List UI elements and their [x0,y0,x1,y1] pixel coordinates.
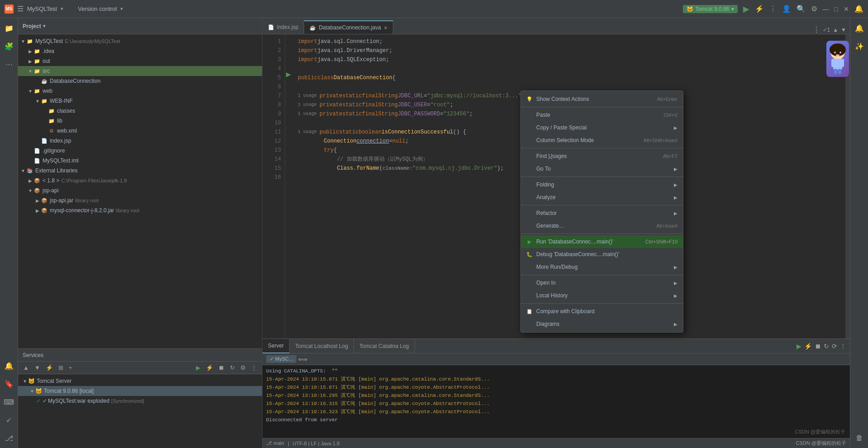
project-tree[interactable]: ▼ 📁 MySQLTest E:\Javastudy\MySQLTest ▶ 📁… [18,34,262,348]
tree-item-gitignore[interactable]: 📄 .gitignore [18,146,262,156]
svc-toolbar-restart[interactable]: ↻ [229,363,236,372]
close-button[interactable]: ✕ [844,5,849,13]
ctx-debug[interactable]: 🐛 Debug 'DatabaseConnec....main()' [521,248,683,261]
tree-item-dbc[interactable]: ☕ DatabaseConnection [18,76,262,86]
ctx-open-in[interactable]: Open In ▶ [521,276,683,289]
svc-toolbar-stop[interactable]: ⏹ [217,363,226,372]
project-name[interactable]: MySQLTest [27,5,57,12]
tree-arrow-src[interactable]: ▼ [27,69,33,74]
sidebar-icon-more[interactable]: ⋯ [3,58,15,71]
svc-up[interactable]: ▲ [22,363,30,372]
svc-filter[interactable]: ⚡ [44,363,54,372]
tree-arrow-jspapi[interactable]: ▼ [27,188,33,193]
tree-arrow-tc[interactable]: ▼ [29,389,35,394]
tomcat-dropdown[interactable]: ▾ [731,6,734,12]
sidebar-icon-notifications[interactable]: 🔔 [3,359,15,372]
maximize-button[interactable]: □ [835,5,838,13]
ctx-copy-paste-special[interactable]: Copy / Paste Special ▶ [521,121,683,134]
sidebar-icon-todo[interactable]: ✓ [3,414,15,426]
sidebar-icon-project[interactable]: 📁 [3,22,15,34]
tab-nav-up[interactable]: ▲ [833,27,838,33]
tree-item-src[interactable]: ▼ 📁 src [18,66,262,76]
tree-arrow-mysqljar[interactable]: ▶ [34,208,41,213]
bottom-run-btn[interactable]: ▶ [796,343,801,350]
tree-item-jspapi[interactable]: ▼ 📦 jsp-api [18,186,262,195]
ctx-show-context-actions[interactable]: 💡 Show Context Actions Alt+Enter [521,93,683,105]
tree-arrow-idea[interactable]: ▶ [27,49,33,54]
version-control[interactable]: Version control [78,5,117,12]
tab-dbc[interactable]: ☕ DatabaseConnection.java ✕ [304,20,393,34]
tree-arrow[interactable]: ▼ [20,39,26,44]
hamburger-menu[interactable]: ☰ [17,5,24,13]
service-deployment[interactable]: ✓ ✔ MySQLTest:war exploded [Synchronized… [18,396,262,406]
svc-add[interactable]: + [67,363,74,372]
svc-toolbar-more[interactable]: ⋮ [250,363,258,372]
bottom-restart-btn[interactable]: ↻ [824,343,829,350]
ctx-column-selection[interactable]: Column Selection Mode Alt+Shift+Insert [521,134,683,147]
tree-arrow-svc[interactable]: ▼ [22,379,28,384]
search-icon[interactable]: 🔍 [796,5,806,13]
ctx-folding[interactable]: Folding ▶ [521,178,683,191]
project-panel-dropdown[interactable]: ▾ [43,23,46,29]
tree-arrow-web[interactable]: ▼ [27,89,33,94]
run-button[interactable]: ▶ [743,4,749,14]
more-button[interactable]: ⋮ [769,5,777,13]
tree-item-lib[interactable]: 📁 lib [18,116,262,126]
tree-arrow-webinf[interactable]: ▼ [34,99,41,104]
user-icon[interactable]: 👤 [782,5,791,13]
debug-run-button[interactable]: ⚡ [755,5,764,13]
tree-item-web[interactable]: ▼ 📁 web [18,86,262,96]
svc-down[interactable]: ▼ [33,363,42,372]
tree-arrow-jspjar[interactable]: ▶ [34,198,41,203]
svc-group[interactable]: ⊞ [57,363,65,372]
right-icon-notifications[interactable]: 🔔 [853,22,866,34]
service-tomcat-server[interactable]: ▼ 🐱 Tomcat Server [18,376,262,386]
bottom-tab-server[interactable]: Server [262,339,290,353]
editor-scrollbar[interactable] [845,34,850,338]
bottom-tab-localhost-log[interactable]: Tomcat Localhost Log [290,339,354,353]
tree-item-iml[interactable]: 📄 MySQLTest.iml [18,156,262,166]
tree-arrow-ext[interactable]: ▼ [20,168,26,173]
sidebar-icon-git[interactable]: ⎇ [3,432,15,444]
tree-item-ext-libs[interactable]: ▼ 📚 External Libraries [18,166,262,176]
tree-arrow-out[interactable]: ▶ [27,59,33,64]
tab-close-dbc[interactable]: ✕ [384,25,387,30]
tree-item-out[interactable]: ▶ 📁 out [18,56,262,66]
status-branch[interactable]: ⎇ main [266,440,284,446]
tree-item-jdk18[interactable]: ▶ 📦 < 1.8 > C:\Program Files\Java\jdk-1.… [18,176,262,186]
svc-toolbar-run[interactable]: ▶ [195,363,202,372]
ctx-local-history[interactable]: Local History ▶ [521,289,683,302]
ctx-paste[interactable]: Paste Ctrl+V [521,109,683,121]
settings-icon[interactable]: ⚙ [811,5,817,13]
tree-item-webxml[interactable]: ⚙ web.xml [18,126,262,136]
tomcat-badge[interactable]: 🐱 Tomcat 9.0.86 ▾ [683,5,737,13]
bottom-stop-btn[interactable]: ⏹ [815,343,821,350]
sidebar-icon-bookmarks[interactable]: 🔖 [3,377,15,390]
ctx-analyze[interactable]: Analyze ▶ [521,191,683,204]
tree-arrow-jdk[interactable]: ▶ [27,178,33,183]
tab-indexjsp[interactable]: 📄 index.jsp [262,20,304,34]
right-icon-delete[interactable]: 🗑 [853,432,866,444]
notifications-icon[interactable]: 🔔 [854,5,863,13]
tab-actions-more[interactable]: ⋮ [813,25,820,34]
project-dropdown[interactable]: ▾ [61,6,63,12]
tree-item-idea[interactable]: ▶ 📁 .idea [18,46,262,56]
tree-item-mysql-jar[interactable]: ▶ 📦 mysql-connector-j-8.2.0.jar library … [18,205,262,215]
bottom-debug-btn[interactable]: ⚡ [804,343,812,350]
service-tomcat-local[interactable]: ▼ 🐱 Tomcat 9.0.86 [local] [18,386,262,396]
ctx-find-usages[interactable]: Find Usages Alt+F7 [521,150,683,162]
svc-toolbar-debug[interactable]: ⚡ [205,363,215,372]
ctx-compare-clipboard[interactable]: 📋 Compare with Clipboard [521,305,683,318]
bottom-tab-catalina-log[interactable]: Tomcat Catalina Log [354,339,415,353]
tree-item-classes[interactable]: 📁 classes [18,106,262,116]
sidebar-icon-plugins[interactable]: 🧩 [3,40,15,52]
sidebar-icon-terminal[interactable]: ⌨ [3,396,15,408]
ctx-more-run[interactable]: More Run/Debug ▶ [521,261,683,273]
svc-toolbar-config[interactable]: ⚙ [239,363,247,372]
ctx-diagrams[interactable]: Diagrams ▶ [521,318,683,330]
tab-nav-down[interactable]: ▼ [841,27,846,33]
ctx-generate[interactable]: Generate... Alt+Insert [521,219,683,232]
right-icon-ai[interactable]: ✨ [853,40,866,52]
ctx-refactor[interactable]: Refactor ▶ [521,207,683,219]
bottom-redeploy-btn[interactable]: ⟳ [832,343,837,350]
